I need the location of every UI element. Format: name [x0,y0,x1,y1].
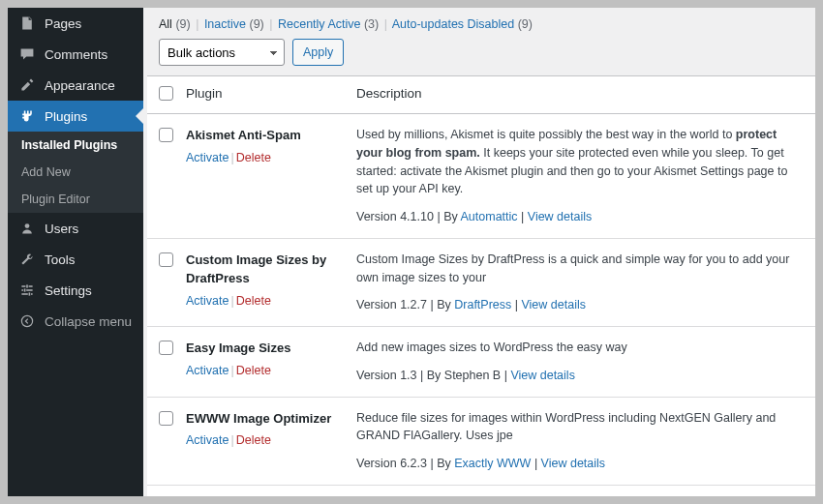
filter-recently-active[interactable]: Recently Active (3) [278,17,379,31]
table-row: Easy Image SizesActivate|DeleteAdd new i… [147,327,815,398]
activate-link[interactable]: Activate [186,433,229,447]
plugin-version: Version 4.1.10 [356,210,434,223]
plugin-author-link[interactable]: DraftPress [454,298,511,311]
sidebar-item-plugins[interactable]: Plugins [8,101,143,132]
plugin-by: By [437,457,454,470]
users-icon [17,221,37,236]
plugin-desc-text: Add new images sizes to WordPress the ea… [356,341,627,354]
plugin-version: Version 6.2.3 [356,457,427,470]
table-row: ForminatorActivate|DeleteCapture user in… [147,486,815,496]
plugin-name: Akismet Anti-Spam [186,126,356,145]
sidebar-item-appearance[interactable]: Appearance [8,70,143,101]
admin-sidebar: Pages Comments Appearance Plugins Instal… [8,8,143,496]
pages-icon [17,15,37,31]
header-plugin: Plugin [186,86,356,104]
plugin-by: By [443,210,460,223]
plugin-filters: All (9) | Inactive (9) | Recently Active… [147,12,815,35]
plugin-meta: Version 6.2.3 | By Exactly WWW | View de… [356,455,804,473]
row-checkbox[interactable] [159,411,173,426]
table-header: Plugin Description [147,76,815,114]
plugin-meta: Version 1.3 | By Stephen B | View detail… [356,367,804,385]
plugin-name: Custom Image Sizes by DraftPress [186,251,356,288]
activate-link[interactable]: Activate [186,364,229,377]
plugin-author-link[interactable]: Automattic [461,210,518,223]
sidebar-label: Appearance [45,78,115,93]
sidebar-label: Settings [45,283,92,298]
view-details-link[interactable]: View details [521,298,585,311]
tools-icon [17,252,37,267]
filter-all[interactable]: All (9) [159,17,191,31]
sidebar-label: Users [45,222,78,236]
view-details-link[interactable]: View details [510,369,574,382]
svg-rect-5 [24,288,26,291]
plugin-meta: Version 4.1.10 | By Automattic | View de… [356,208,804,226]
select-all-checkbox[interactable] [159,86,173,101]
plugin-description: Used by millions, Akismet is quite possi… [356,126,804,198]
activate-link[interactable]: Activate [186,294,229,308]
sidebar-label: Comments [45,47,107,62]
svg-rect-4 [21,289,23,291]
svg-rect-7 [21,293,27,295]
plugin-description: Add new images sizes to WordPress the ea… [356,339,804,357]
sidebar-label: Plugins [45,109,87,124]
sidebar-label: Tools [45,252,76,267]
svg-point-10 [21,315,32,326]
plugin-desc-text: Reduce file sizes for images within Word… [356,411,776,443]
settings-icon [17,282,37,298]
apply-button[interactable]: Apply [292,39,344,66]
plugins-icon [17,108,37,124]
submenu-installed-plugins[interactable]: Installed Plugins [8,132,143,159]
plugin-name: EWWW Image Optimizer [186,409,356,429]
table-row: EWWW Image OptimizerActivate|DeleteReduc… [147,398,815,486]
row-checkbox[interactable] [159,252,173,267]
delete-link[interactable]: Delete [236,364,271,377]
activate-link[interactable]: Activate [186,151,229,164]
svg-rect-8 [29,292,31,295]
row-checkbox[interactable] [159,341,173,355]
sidebar-item-settings[interactable]: Settings [8,275,143,306]
plugin-desc-text: Custom Image Sizes by DraftPress is a qu… [356,252,789,284]
svg-rect-3 [29,285,33,287]
plugin-description: Custom Image Sizes by DraftPress is a qu… [356,251,804,287]
plugin-meta: Version 1.2.7 | By DraftPress | View det… [356,296,804,314]
sidebar-item-tools[interactable]: Tools [8,244,143,275]
svg-rect-9 [31,293,33,295]
sidebar-item-comments[interactable]: Comments [8,39,143,70]
view-details-link[interactable]: View details [528,210,592,223]
delete-link[interactable]: Delete [236,151,271,164]
plugin-table: Plugin Description Akismet Anti-SpamActi… [147,75,815,496]
plugin-by: By Stephen B [427,369,501,382]
delete-link[interactable]: Delete [236,433,271,447]
toolbar: Bulk actions Apply [147,35,815,75]
delete-link[interactable]: Delete [236,294,271,308]
plugin-version: Version 1.2.7 [356,298,427,311]
plugin-description: Reduce file sizes for images within Word… [356,409,804,446]
header-description: Description [356,86,804,104]
plugin-desc-text: Used by millions, Akismet is quite possi… [356,128,736,141]
sidebar-item-users[interactable]: Users [8,213,143,244]
sidebar-item-pages[interactable]: Pages [8,8,143,39]
sidebar-label: Collapse menu [45,314,132,329]
view-details-link[interactable]: View details [541,457,605,470]
comments-icon [17,46,37,62]
svg-rect-1 [21,285,25,287]
svg-rect-2 [26,284,28,287]
plugins-submenu: Installed Plugins Add New Plugin Editor [8,132,143,213]
row-checkbox[interactable] [159,128,173,142]
plugin-version: Version 1.3 [356,369,417,382]
sidebar-item-collapse[interactable]: Collapse menu [8,306,143,337]
filter-auto-updates-disabled[interactable]: Auto-updates Disabled (9) [392,17,533,31]
collapse-icon [17,313,37,329]
submenu-plugin-editor[interactable]: Plugin Editor [8,186,143,213]
appearance-icon [17,77,37,93]
table-row: Akismet Anti-SpamActivate|DeleteUsed by … [147,114,815,239]
sidebar-label: Pages [45,16,81,31]
main-content: All (9) | Inactive (9) | Recently Active… [143,8,815,496]
bulk-actions-select[interactable]: Bulk actions [159,39,285,66]
plugin-author-link[interactable]: Exactly WWW [454,457,531,470]
table-row: Custom Image Sizes by DraftPressActivate… [147,239,815,327]
filter-inactive[interactable]: Inactive (9) [204,17,264,31]
submenu-add-new[interactable]: Add New [8,159,143,186]
svg-point-0 [25,223,30,228]
svg-rect-6 [26,289,32,291]
